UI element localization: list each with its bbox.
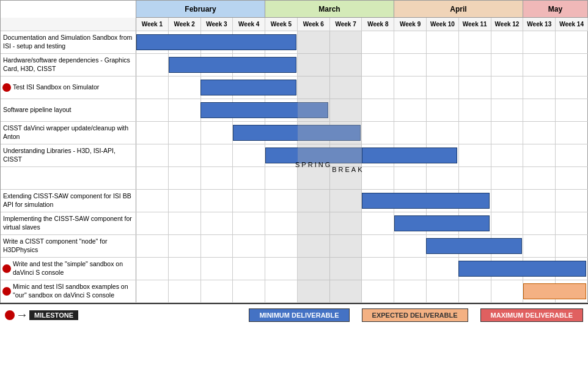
- gantt-cell: [233, 258, 265, 280]
- month-header-may: May: [523, 1, 588, 18]
- week-header-6: Week 6: [298, 18, 330, 31]
- gantt-cell: [491, 122, 524, 144]
- gantt-cell: [330, 235, 362, 257]
- gantt-cell: [201, 280, 233, 302]
- gantt-cell: [523, 31, 556, 53]
- week-header-2: Week 2: [169, 18, 201, 31]
- gantt-cell: [265, 190, 298, 212]
- gantt-cell: [556, 190, 588, 212]
- gantt-cell: [394, 54, 427, 76]
- legend-milestone-label: MILESTONE: [29, 310, 78, 320]
- gantt-cells: [136, 99, 588, 121]
- gantt-cell: [556, 122, 588, 144]
- gantt-cell: [523, 167, 556, 189]
- gantt-cell: [169, 77, 201, 99]
- bar-blue: [136, 34, 296, 50]
- gantt-cell: [491, 280, 524, 302]
- legend-arrow: →: [16, 308, 28, 322]
- legend: → MILESTONE MINIMUM DELIVERABLE EXPECTED…: [0, 303, 588, 326]
- gantt-cell: [459, 144, 491, 166]
- gantt-cell: [556, 212, 588, 234]
- gantt-cell: [330, 190, 362, 212]
- gantt-cell: [136, 77, 169, 99]
- week-header-12: Week 12: [491, 18, 524, 31]
- week-header-14: Week 14: [556, 18, 588, 31]
- legend-min: MINIMUM DELIVERABLE: [249, 308, 349, 322]
- gantt-cell: [298, 258, 330, 280]
- gantt-cell: [330, 99, 362, 121]
- gantt-cell: [298, 235, 330, 257]
- gantt-cell: [459, 31, 491, 53]
- gantt-cell: [523, 77, 556, 99]
- gantt-cell: [136, 167, 169, 189]
- gantt-cells: [136, 144, 588, 166]
- gantt-cell: [427, 167, 459, 189]
- gantt-cell: [394, 77, 427, 99]
- gantt-cell: [556, 31, 588, 53]
- task-label: Mimic and test ISI sandbox examples on "…: [1, 280, 136, 302]
- legend-milestone-dot: [5, 310, 15, 320]
- gantt-cell: [491, 167, 524, 189]
- task-label: [1, 167, 136, 189]
- task-label: Hardware/software dependencies - Graphic…: [1, 54, 136, 76]
- gantt-cell: [136, 190, 169, 212]
- gantt-cell: [491, 54, 524, 76]
- week-header-9: Week 9: [394, 18, 427, 31]
- task-label: Documentation and Simulation Sandbox fro…: [1, 31, 136, 53]
- bar-blue: [458, 261, 586, 277]
- gantt-cell: [330, 280, 362, 302]
- gantt-cell: [362, 31, 394, 53]
- gantt-cell: [201, 212, 233, 234]
- gantt-cell: [136, 99, 169, 121]
- gantt-cell: [362, 99, 394, 121]
- gantt-cell: [427, 54, 459, 76]
- gantt-cell: [298, 212, 330, 234]
- gantt-cell: [136, 144, 169, 166]
- milestone-dot: [2, 287, 11, 296]
- week-header-7: Week 7: [330, 18, 362, 31]
- gantt-cell: [136, 280, 169, 302]
- gantt-cell: [136, 122, 169, 144]
- gantt-cell: [362, 235, 394, 257]
- week-header-8: Week 8: [362, 18, 394, 31]
- legend-exp: EXPECTED DELIVERABLE: [362, 308, 468, 322]
- gantt-chart: FebruaryMarchAprilMay Week 1Week 2Week 3…: [0, 0, 588, 326]
- gantt-cell: [298, 190, 330, 212]
- week-header-13: Week 13: [523, 18, 556, 31]
- gantt-cell: [169, 144, 201, 166]
- gantt-cell: [169, 280, 201, 302]
- gantt-cell: [362, 122, 394, 144]
- gantt-cell: [265, 258, 298, 280]
- gantt-cell: [233, 144, 265, 166]
- milestone-legend: → MILESTONE: [5, 308, 78, 322]
- gantt-cell: [427, 258, 459, 280]
- week-header-4: Week 4: [233, 18, 265, 31]
- gantt-row: [1, 167, 588, 190]
- gantt-cells: [136, 190, 588, 212]
- week-header-3: Week 3: [201, 18, 233, 31]
- gantt-cell: [491, 144, 524, 166]
- bar-blue: [200, 80, 296, 95]
- gantt-row: Extending CISST-SAW component for ISI BB…: [1, 190, 588, 212]
- bar-blue: [200, 102, 328, 118]
- gantt-cell: [265, 280, 298, 302]
- task-label: Extending CISST-SAW component for ISI BB…: [1, 190, 136, 212]
- gantt-row: Implementing the CISST-SAW component for…: [1, 212, 588, 235]
- gantt-cell: [491, 99, 524, 121]
- gantt-cell: [169, 212, 201, 234]
- month-header-february: February: [136, 1, 265, 18]
- gantt-cell: [427, 99, 459, 121]
- bar-blue: [233, 125, 361, 141]
- gantt-cell: [201, 167, 233, 189]
- bar-blue: [362, 193, 490, 209]
- gantt-cell: [233, 280, 265, 302]
- gantt-cell: [169, 122, 201, 144]
- gantt-cell: [330, 167, 362, 189]
- gantt-cell: [330, 212, 362, 234]
- bar-blue: [362, 147, 457, 163]
- gantt-cell: [394, 258, 427, 280]
- gantt-cell: [459, 167, 491, 189]
- gantt-cell: [136, 235, 169, 257]
- gantt-cell: [556, 99, 588, 121]
- gantt-cell: [394, 235, 427, 257]
